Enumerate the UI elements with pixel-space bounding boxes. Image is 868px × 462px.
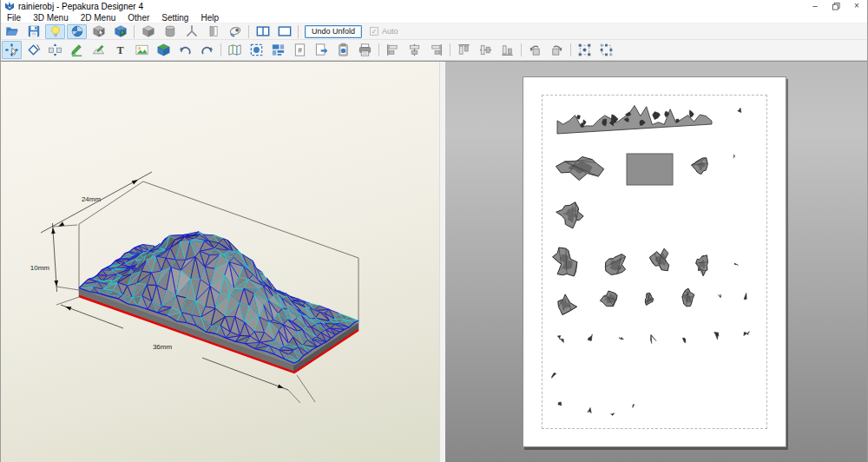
- show-3d-model-button[interactable]: [154, 41, 174, 59]
- unfold-piece[interactable]: [605, 254, 625, 275]
- menu-setting[interactable]: Setting: [155, 12, 194, 23]
- 2d-viewport[interactable]: [445, 62, 867, 462]
- unfold-piece[interactable]: [619, 337, 623, 340]
- unfold-piece[interactable]: [552, 373, 556, 378]
- single-window-view-button[interactable]: [274, 24, 294, 39]
- select-3d-face-button[interactable]: [89, 24, 108, 39]
- redo-button[interactable]: [197, 41, 217, 59]
- unfold-piece[interactable]: [627, 154, 673, 185]
- axis-display-button[interactable]: [181, 24, 201, 39]
- restore-button[interactable]: [825, 0, 846, 12]
- cylinder-display-button[interactable]: [160, 24, 180, 39]
- align-left-button[interactable]: [383, 41, 403, 59]
- app-icon: [4, 1, 15, 11]
- menu-other[interactable]: Other: [122, 12, 155, 23]
- redo-icon: [200, 43, 214, 57]
- align-middle-button[interactable]: [476, 41, 496, 59]
- unfold-piece[interactable]: [558, 402, 562, 406]
- auto-checkbox[interactable]: ✓ Auto: [370, 27, 398, 36]
- toolbar-separator: [248, 25, 249, 38]
- menu-3d-menu[interactable]: 3D Menu: [27, 12, 75, 23]
- align-center-button[interactable]: [404, 41, 424, 59]
- insert-image-tool-button[interactable]: [132, 41, 152, 59]
- align-right-icon: [429, 43, 444, 57]
- unfold-piece[interactable]: [649, 248, 668, 271]
- menu-help[interactable]: Help: [194, 12, 225, 23]
- open-folder-icon: [5, 24, 19, 38]
- bars-display-button[interactable]: [203, 24, 223, 39]
- auto-layout-button[interactable]: [268, 41, 288, 59]
- both-windows-view-button[interactable]: [253, 24, 273, 39]
- cube-cursor-green-icon: [114, 24, 128, 38]
- close-button[interactable]: ×: [846, 0, 867, 12]
- divide-select-button[interactable]: [596, 41, 616, 59]
- unfold-piece[interactable]: [588, 407, 591, 412]
- unfold-piece[interactable]: [588, 334, 592, 341]
- unfold-piece[interactable]: [714, 333, 719, 340]
- unfold-piece[interactable]: [682, 288, 694, 307]
- group-select-button[interactable]: [575, 41, 595, 59]
- minimize-button[interactable]: –: [805, 0, 825, 12]
- unfold-piece[interactable]: [556, 157, 604, 181]
- rotate-tool-button[interactable]: [23, 41, 43, 59]
- svg-text:#: #: [298, 46, 302, 55]
- save-file-button[interactable]: [23, 24, 43, 39]
- menu-2d-menu[interactable]: 2D Menu: [75, 12, 122, 23]
- 3d-viewport[interactable]: 24mm10mm36mm: [1, 62, 439, 462]
- svg-text:T: T: [116, 44, 123, 56]
- paste-island-button[interactable]: [333, 41, 353, 59]
- edit-flap-tool-button[interactable]: [89, 41, 108, 59]
- rotate-right-button[interactable]: [547, 41, 567, 59]
- unfold-piece[interactable]: [734, 263, 738, 265]
- unfold-piece[interactable]: [650, 334, 656, 343]
- unfold-piece[interactable]: [719, 294, 721, 298]
- unfold-piece[interactable]: [733, 155, 735, 158]
- select-island-button[interactable]: [247, 41, 266, 59]
- print-button[interactable]: [355, 41, 375, 59]
- image-tool-icon: [135, 43, 149, 57]
- show-edge-id-button[interactable]: #: [290, 41, 310, 59]
- align-hcenter-icon: [407, 43, 422, 57]
- unfold-piece[interactable]: [682, 338, 686, 343]
- unfold-piece[interactable]: [600, 291, 617, 307]
- unfold-piece[interactable]: [633, 405, 635, 408]
- unfold-piece[interactable]: [738, 108, 741, 112]
- solid-display-button[interactable]: [138, 24, 158, 39]
- open-file-button[interactable]: [2, 24, 22, 39]
- 3d-view-canvas[interactable]: 24mm10mm36mm: [1, 62, 439, 462]
- unfold-piece[interactable]: [557, 106, 712, 135]
- unfold-piece[interactable]: [556, 202, 584, 228]
- unfold-piece[interactable]: [558, 294, 577, 315]
- unfold-piece[interactable]: [744, 293, 746, 300]
- menu-file[interactable]: File: [1, 12, 27, 23]
- unfold-piece[interactable]: [692, 158, 708, 175]
- toggle-light-button[interactable]: [45, 24, 65, 39]
- unfold-piece[interactable]: [611, 413, 615, 416]
- move-island-tool-icon: [48, 43, 62, 57]
- move-to-page-button[interactable]: [312, 41, 332, 59]
- move-island-tool-button[interactable]: [45, 41, 65, 59]
- insert-text-tool-button[interactable]: T: [110, 41, 130, 59]
- align-bottom-button[interactable]: [497, 41, 517, 59]
- undo-unfold-button[interactable]: Undo Unfold: [305, 25, 362, 38]
- undo-button[interactable]: [175, 41, 195, 59]
- unfold-piece[interactable]: [645, 293, 654, 305]
- select-tool-button[interactable]: [2, 41, 22, 59]
- toolbar-separator: [450, 43, 450, 56]
- select-3d-part-button[interactable]: [110, 24, 130, 39]
- toggle-texture-button[interactable]: [67, 24, 87, 39]
- rotate-left-button[interactable]: [525, 41, 545, 59]
- auto-checkbox-box[interactable]: ✓: [370, 27, 378, 36]
- pane-splitter[interactable]: [439, 62, 445, 462]
- unfold-piece[interactable]: [553, 248, 577, 276]
- orbit-display-button[interactable]: [225, 24, 245, 39]
- unfold-piece[interactable]: [744, 332, 750, 336]
- align-top-button[interactable]: [454, 41, 474, 59]
- edit-line-tool-button[interactable]: [67, 41, 87, 59]
- check-unfold-button[interactable]: [225, 41, 245, 59]
- unfold-piece[interactable]: [557, 336, 563, 343]
- dimension-depth-label: 24mm: [82, 195, 102, 203]
- rotate-right-icon: [549, 43, 564, 57]
- align-right-button[interactable]: [426, 41, 446, 59]
- unfold-piece[interactable]: [696, 255, 708, 276]
